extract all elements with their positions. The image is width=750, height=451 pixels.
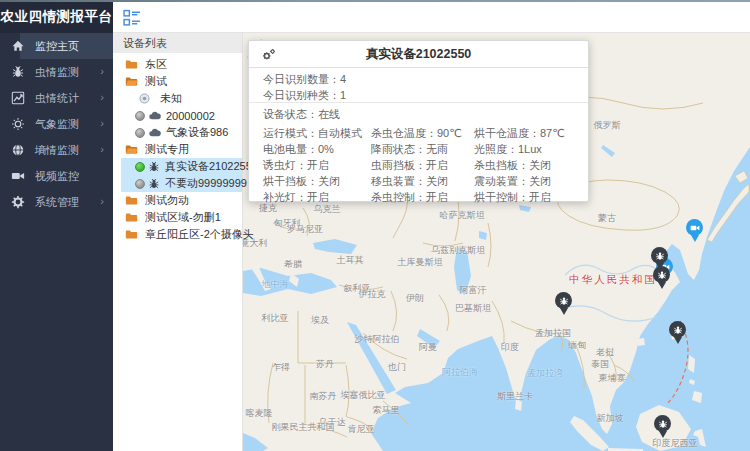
param-cell: 移虫装置：关闭 xyxy=(371,173,474,189)
app-title: 农业四情测报平台 xyxy=(0,0,113,33)
param-cell: 烘干仓温度：87℃ xyxy=(474,125,588,141)
sidebar-item-label: 墒情监测 xyxy=(35,143,79,158)
param-cell: 杀虫挡板：关闭 xyxy=(474,157,588,173)
device-list-panel: 设备列表 东区 测试 未知 xyxy=(113,33,243,451)
folder-closed-icon xyxy=(125,211,138,224)
tree-folder-label: 测试专用 xyxy=(145,142,189,157)
tree-folder-test-area[interactable]: 测试区域-勿删1 xyxy=(113,209,242,226)
app-window: 农业四情测报平台 监控主页 虫情监测 › 虫情统计 › 气象监测 xyxy=(0,0,750,451)
weather-sun-icon xyxy=(11,117,25,131)
sidebar-item-monitor-home[interactable]: 监控主页 xyxy=(0,33,113,59)
folder-open-icon xyxy=(125,75,138,88)
sidebar-item-video-monitor[interactable]: 视频监控 xyxy=(0,163,113,189)
sidebar-item-soil-monitor[interactable]: 墒情监测 › xyxy=(0,137,113,163)
tree-device-label: 未知 xyxy=(160,91,182,106)
chevron-right-icon: › xyxy=(100,143,104,155)
unknown-device-icon xyxy=(139,93,150,104)
tree-folder-east[interactable]: 东区 xyxy=(113,56,242,73)
chevron-right-icon: › xyxy=(100,65,104,77)
folder-closed-icon xyxy=(125,58,138,71)
popup-device-title: 真实设备21022550 xyxy=(366,46,472,63)
map-marker-insect-device[interactable] xyxy=(653,266,670,283)
tree-device-donottouch[interactable]: 不要动99999999 xyxy=(113,175,242,192)
gear-icon xyxy=(11,195,25,209)
tree-device-unknown[interactable]: 未知 xyxy=(113,90,242,107)
status-dot-offline xyxy=(135,128,145,138)
param-cell: 虫雨挡板：开启 xyxy=(371,157,474,173)
status-dot-online xyxy=(135,162,145,172)
tree-device-label: 气象设备986 xyxy=(166,125,228,140)
device-list-header: 设备列表 xyxy=(113,33,242,53)
device-params-grid: 运行模式：自动模式 杀虫仓温度：90℃ 烘干仓温度：87℃ 电池电量：0% 降雨… xyxy=(249,125,588,205)
map-marker-insect-device[interactable] xyxy=(669,321,686,338)
tree-device-label: 20000002 xyxy=(166,110,215,122)
folder-open-icon xyxy=(125,143,138,156)
map-marker-insect-device[interactable] xyxy=(555,292,572,309)
param-cell: 补光灯：开启 xyxy=(263,189,371,205)
device-list-toggle-button[interactable] xyxy=(123,9,141,27)
sidebar-item-system-settings[interactable]: 系统管理 › xyxy=(0,189,113,215)
video-camera-icon xyxy=(11,169,25,183)
line-chart-icon xyxy=(11,91,25,105)
sidebar-item-label: 虫情统计 xyxy=(35,91,79,106)
topbar xyxy=(113,2,750,33)
sidebar-item-label: 监控主页 xyxy=(35,39,79,54)
sidebar-item-label: 视频监控 xyxy=(35,169,79,184)
chevron-right-icon: › xyxy=(100,91,104,103)
popup-today-stats: 今日识别数量：4 今日识别种类：1 xyxy=(249,68,588,103)
param-cell: 杀虫仓温度：90℃ xyxy=(371,125,474,141)
device-info-popup: 真实设备21022550 今日识别数量：4 今日识别种类：1 设备状态：在线 运… xyxy=(248,40,589,202)
folder-closed-icon xyxy=(125,194,138,207)
cloud-icon xyxy=(148,109,161,122)
home-icon xyxy=(11,39,25,53)
tree-folder-test-nomove[interactable]: 测试勿动 xyxy=(113,192,242,209)
param-cell: 震动装置：关闭 xyxy=(474,173,588,189)
insect-icon xyxy=(11,65,25,79)
status-dot-offline xyxy=(135,111,145,121)
today-count: 今日识别数量：4 xyxy=(263,71,588,87)
today-species: 今日识别种类：1 xyxy=(263,87,588,103)
insect-device-icon xyxy=(148,161,160,173)
param-cell: 电池电量：0% xyxy=(263,141,371,157)
device-status-line: 设备状态：在线 xyxy=(249,105,588,123)
insect-device-icon xyxy=(148,178,160,190)
tree-folder-label: 测试区域-勿删1 xyxy=(145,210,221,225)
param-cell: 光照度：1Lux xyxy=(474,141,588,157)
param-cell: 降雨状态：无雨 xyxy=(371,141,474,157)
param-cell: 杀虫控制：开启 xyxy=(371,189,474,205)
tree-folder-test-dedicated[interactable]: 测试专用 xyxy=(113,141,242,158)
tree-device-label: 不要动99999999 xyxy=(165,176,247,191)
sidebar: 农业四情测报平台 监控主页 虫情监测 › 虫情统计 › 气象监测 xyxy=(0,0,113,451)
tree-device-20000002[interactable]: 20000002 xyxy=(113,107,242,124)
window-top-edge xyxy=(0,0,750,2)
tree-folder-zhangqiu[interactable]: 章丘阳丘区-2个摄像头 xyxy=(113,226,242,243)
sidebar-item-label: 系统管理 xyxy=(35,195,79,210)
popup-header: 真实设备21022550 xyxy=(249,41,588,68)
tree-folder-label: 章丘阳丘区-2个摄像头 xyxy=(145,227,254,242)
settings-gears-icon[interactable] xyxy=(261,47,277,63)
tree-folder-test[interactable]: 测试 xyxy=(113,73,242,90)
param-cell: 运行模式：自动模式 xyxy=(263,125,371,141)
map-marker-insect-device[interactable] xyxy=(651,247,668,264)
tree-folder-label: 东区 xyxy=(145,57,167,72)
tree-device-weather986[interactable]: 气象设备986 xyxy=(113,124,242,141)
chevron-right-icon: › xyxy=(100,195,104,207)
map-marker-camera-device[interactable] xyxy=(686,219,703,236)
tree-device-label: 真实设备21022550 xyxy=(165,159,258,174)
tree-device-real-21022550[interactable]: 真实设备21022550 xyxy=(113,158,242,175)
sidebar-item-insect-monitor[interactable]: 虫情监测 › xyxy=(0,59,113,85)
status-dot-offline xyxy=(135,179,145,189)
folder-closed-icon xyxy=(125,228,138,241)
map-marker-insect-device[interactable] xyxy=(654,415,671,432)
param-cell: 烘干控制：开启 xyxy=(474,189,588,205)
tree-folder-label: 测试勿动 xyxy=(145,193,189,208)
sidebar-item-label: 气象监测 xyxy=(35,117,79,132)
chevron-right-icon: › xyxy=(100,117,104,129)
globe-icon xyxy=(11,143,25,157)
sidebar-item-insect-stats[interactable]: 虫情统计 › xyxy=(0,85,113,111)
tree-folder-label: 测试 xyxy=(145,74,167,89)
param-cell: 诱虫灯：开启 xyxy=(263,157,371,173)
cloud-icon xyxy=(148,126,161,139)
sidebar-item-weather-monitor[interactable]: 气象监测 › xyxy=(0,111,113,137)
param-cell: 烘干挡板：关闭 xyxy=(263,173,371,189)
